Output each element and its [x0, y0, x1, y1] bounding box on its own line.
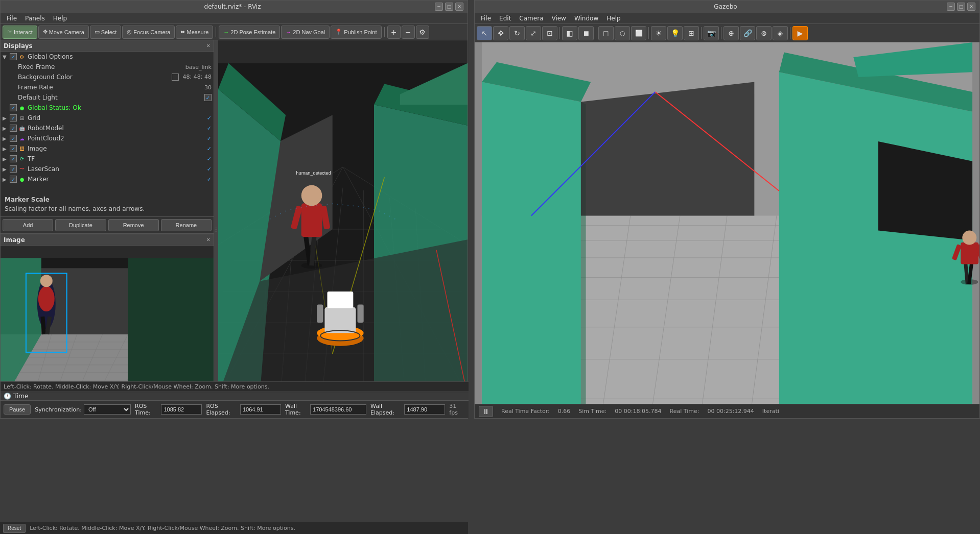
- rviz-menu-panels[interactable]: Panels: [21, 14, 49, 23]
- tf-display-row[interactable]: ⟳ TF ✓: [1, 154, 214, 164]
- svg-point-65: [301, 185, 322, 206]
- interact-button[interactable]: ☞ Interact: [3, 26, 37, 39]
- gazebo-minimize-btn[interactable]: ─: [947, 3, 955, 11]
- gazebo-menu-camera[interactable]: Camera: [515, 14, 547, 23]
- global-options-row[interactable]: ⚙ Global Options: [1, 52, 214, 62]
- svg-rect-58: [317, 304, 323, 323]
- rviz-minimize-btn[interactable]: ─: [435, 3, 443, 11]
- move-camera-button[interactable]: ✥ Move Camera: [38, 26, 89, 39]
- gazebo-menu-file[interactable]: File: [477, 14, 495, 23]
- gz-snap-tool[interactable]: ⊡: [542, 26, 557, 40]
- toolbar-minus-btn[interactable]: −: [402, 26, 415, 39]
- gz-sensor-tool[interactable]: ◈: [773, 26, 788, 40]
- pointcloud2-display-row[interactable]: ☁ PointCloud2 ✓: [1, 133, 214, 143]
- gz-origin-tool[interactable]: ⊕: [724, 26, 739, 40]
- gz-joint-tool[interactable]: ⊗: [756, 26, 772, 40]
- svg-point-78: [311, 205, 312, 206]
- focus-camera-button[interactable]: ◎ Focus Camera: [122, 26, 175, 39]
- laserscan-display-row[interactable]: 〜 LaserScan ✓: [1, 164, 214, 174]
- add-display-button[interactable]: Add: [3, 219, 53, 231]
- gz-spot-tool[interactable]: 💡: [667, 26, 683, 40]
- gazebo-maximize-btn[interactable]: □: [957, 3, 965, 11]
- measure-button[interactable]: ⬌ Measure: [176, 26, 213, 39]
- pointcloud2-checkbox[interactable]: [10, 135, 17, 142]
- time-panel-header: 🕐 Time: [1, 392, 469, 401]
- ros-elapsed-input[interactable]: [240, 404, 281, 415]
- rviz-menu-help[interactable]: Help: [49, 14, 71, 23]
- select-button[interactable]: ▭ Select: [90, 26, 122, 39]
- grid-checkbox[interactable]: [10, 114, 17, 122]
- svg-point-128: [962, 231, 976, 245]
- gz-orange-btn[interactable]: ▶: [792, 26, 808, 40]
- reset-button[interactable]: Reset: [3, 524, 26, 533]
- gazebo-menu-help[interactable]: Help: [602, 14, 624, 23]
- gz-grid-tool[interactable]: ⊞: [684, 26, 699, 40]
- svg-point-92: [384, 213, 385, 214]
- laserscan-checkbox[interactable]: [10, 165, 17, 173]
- global-status-checkbox[interactable]: [10, 104, 17, 111]
- rename-display-button[interactable]: Rename: [161, 219, 212, 231]
- wall-time-input[interactable]: [310, 404, 366, 415]
- fixed-frame-row[interactable]: Fixed Frame base_link: [1, 62, 214, 72]
- grid-display-row[interactable]: ⊞ Grid ✓: [1, 113, 214, 123]
- rviz-maximize-btn[interactable]: □: [445, 3, 453, 11]
- svg-marker-118: [779, 72, 972, 404]
- remove-display-button[interactable]: Remove: [108, 219, 159, 231]
- gz-magnet-tool[interactable]: ⏹: [578, 26, 594, 40]
- duplicate-display-button[interactable]: Duplicate: [55, 219, 106, 231]
- gz-box-tool[interactable]: □: [598, 26, 614, 40]
- gazebo-close-btn[interactable]: ✕: [967, 3, 975, 11]
- background-color-row[interactable]: Background Color 48; 48; 48: [1, 72, 214, 82]
- gz-rotate-tool[interactable]: ↻: [509, 26, 525, 40]
- tf-checkbox[interactable]: [10, 155, 17, 162]
- wall-elapsed-input[interactable]: [404, 404, 445, 415]
- pose-estimate-button[interactable]: → 2D Pose Estimate: [219, 26, 280, 39]
- gz-sep-1: [559, 27, 560, 39]
- gz-sphere-tool[interactable]: ○: [615, 26, 630, 40]
- gz-screenshot-tool[interactable]: 📷: [704, 26, 719, 40]
- gz-translate-tool[interactable]: ✥: [493, 26, 508, 40]
- gz-cylinder-tool[interactable]: ⬜: [631, 26, 646, 40]
- toolbar-settings-btn[interactable]: ⚙: [416, 26, 429, 39]
- global-options-checkbox[interactable]: [10, 53, 17, 60]
- nav-goal-button[interactable]: → 2D Nav Goal: [281, 26, 330, 39]
- gz-scale-tool[interactable]: ⤢: [526, 26, 541, 40]
- gazebo-viewport[interactable]: [475, 42, 979, 404]
- rviz-close-btn[interactable]: ✕: [455, 3, 463, 11]
- pause-button[interactable]: Pause: [4, 404, 31, 415]
- robotmodel-display-row[interactable]: 🤖 RobotModel ✓: [1, 123, 214, 133]
- gz-align-tool[interactable]: ◧: [562, 26, 577, 40]
- marker-checkbox[interactable]: [10, 176, 17, 183]
- rviz-status-text: Left-Click: Rotate. Middle-Click: Move X…: [4, 383, 269, 390]
- gz-sun-tool[interactable]: ☀: [651, 26, 666, 40]
- robotmodel-icon: 🤖: [18, 124, 26, 132]
- marker-display-row[interactable]: ● Marker ✓: [1, 174, 214, 184]
- gz-link-tool[interactable]: 🔗: [740, 26, 755, 40]
- default-light-checkbox[interactable]: [204, 94, 212, 101]
- rviz-3d-viewport[interactable]: human_detected: [218, 40, 468, 418]
- global-status-row[interactable]: ● Global Status: Ok: [1, 103, 214, 113]
- gazebo-menu-window[interactable]: Window: [570, 14, 602, 23]
- toolbar-plus-btn[interactable]: +: [387, 26, 401, 39]
- panel-resize-handle[interactable]: ⋮: [214, 40, 218, 418]
- displays-scroll[interactable]: ⚙ Global Options Fixed Frame base_link B…: [1, 52, 214, 192]
- image-display-row[interactable]: 🖼 Image ✓: [1, 143, 214, 154]
- gazebo-menu-edit[interactable]: Edit: [495, 14, 515, 23]
- image-display-checkbox[interactable]: [10, 145, 17, 152]
- robotmodel-checkbox[interactable]: [10, 125, 17, 132]
- gazebo-menu-view[interactable]: View: [547, 14, 570, 23]
- rviz-menu-file[interactable]: File: [3, 14, 21, 23]
- image-panel-close[interactable]: ✕: [206, 237, 211, 242]
- publish-point-button[interactable]: 📍 Publish Point: [331, 26, 381, 39]
- sync-label: Synchronization:: [35, 406, 82, 413]
- gazebo-pause-button[interactable]: ⏸: [479, 406, 493, 417]
- svg-point-94: [394, 219, 395, 220]
- sync-dropdown[interactable]: Off Approximate Exact: [84, 404, 131, 415]
- gazebo-menubar: File Edit Camera View Window Help: [475, 13, 979, 24]
- gz-select-tool[interactable]: ↖: [477, 26, 492, 40]
- default-light-row[interactable]: Default Light: [1, 92, 214, 103]
- displays-panel-close[interactable]: ✕: [206, 43, 211, 48]
- ros-time-input[interactable]: [161, 404, 202, 415]
- marker-scale-description: Scaling factor for all names, axes and a…: [5, 205, 209, 212]
- frame-rate-row[interactable]: Frame Rate 30: [1, 82, 214, 92]
